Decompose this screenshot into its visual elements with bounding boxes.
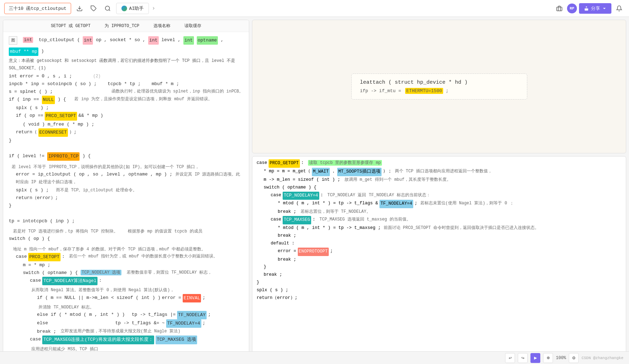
- param1-type: int: [83, 36, 93, 45]
- rc-line-18: return（error）;: [257, 294, 622, 302]
- code-line-26: caseTCP_MAXSEG连接上(TCP)将发送的最大报文段长度： TCP_M…: [30, 336, 243, 352]
- code-line-5: if ( inp ==NULL) { 若 inp 为空，且操作类型是设定插口选项…: [9, 96, 243, 104]
- share-label: 分享: [591, 5, 600, 12]
- current-tab[interactable]: 三十10 函tcp_ctloutput: [4, 3, 71, 14]
- param3-name: level ,: [162, 36, 181, 44]
- rc-line-8: caseTCP_MAXSEG: TCP_MAXSEG 选项返回 t_maxseg…: [271, 216, 622, 224]
- code-line-15: }: [9, 202, 243, 210]
- param1-name: op ,: [96, 36, 107, 44]
- rc-line-3: m -> m_len = sizeof ( int ) ; 故调用 m_get …: [264, 176, 622, 184]
- rc-line-10: break ;: [278, 232, 622, 240]
- settings-button[interactable]: ⚙: [569, 353, 579, 363]
- code-line-8: ( void ) m_free ( * mp ) ;: [23, 121, 243, 128]
- annotation-row: SETOPT 或 GETOPT 为 IPPROTO_TCP 选项名称 读取缓存: [3, 20, 249, 32]
- watermark: CSDN @zhangzhangke: [581, 356, 623, 360]
- code-line-4: s = splnet ( ) ; 函数执行时，处理器优先级设为 splnet，i…: [9, 88, 243, 96]
- rc-line-1: casePRCO_GETOPT: 读取 tcpcb 里的参数至形参缓存 mp: [257, 159, 622, 168]
- rc-line-5: caseTCP_NODELAY=4: TCP_NODELAY 返回 TF_NOD…: [271, 192, 622, 200]
- ann-setopt: SETOPT 或 GETOPT: [51, 23, 90, 29]
- bottom-toolbar: ↩ ↪ ▶ ⊕ 100% ⚙ CSDN @zhangzhangke: [0, 351, 629, 364]
- nav-chevron: ›: [152, 5, 155, 12]
- code-line-6: splx ( s ) ;: [16, 104, 243, 112]
- param4-hl: int: [183, 36, 194, 45]
- code-line-17: switch ( op ) { 地址 m 指向一个 mbuf，保存了形参 4 的…: [9, 235, 243, 253]
- code-line-13: splx ( s ) ;而不是 TCP。ip_ctloutput 处理命令。: [16, 186, 243, 194]
- close-paren: ): [41, 47, 44, 55]
- notification-icon[interactable]: [614, 3, 625, 14]
- code-line-10: }: [9, 137, 243, 145]
- code-line-16: tp = intotcpcb ( inp ) ; 若是对 TCP 选项进行操作，…: [9, 217, 243, 235]
- ann-readbuf: 读取缓存: [184, 23, 201, 29]
- code-line-1: 意义：本函被 getsockopt 和 setsockopt 函数调用，若它们的…: [9, 57, 243, 72]
- code-line-21: caseTCP_NODELAY算法Nagel: 从而取消 Negal 算法。若整…: [30, 277, 243, 294]
- code-line-11: if ( level !=IPPROTO_TCP) { 若 level 不等于 …: [9, 152, 243, 171]
- param3-type: int: [148, 36, 158, 45]
- rc-line-2: * mp = m = m_get（M_WAIT，MT_SOOPTS插口选项）； …: [264, 168, 622, 176]
- main-content: SETOPT 或 GETOPT 为 IPPROTO_TCP 选项名称 读取缓存 …: [0, 17, 629, 364]
- rc-line-13: break ;: [278, 256, 622, 264]
- leattach-box: leattach ( struct hp_device * hd ) ifp -…: [351, 74, 527, 100]
- code-line-9: return（ECONNRESET）;: [16, 128, 243, 137]
- ai-assistant-button[interactable]: AI助手: [116, 3, 149, 14]
- func-name: tcp_ctloutput (: [36, 36, 80, 44]
- search-icon[interactable]: [102, 3, 113, 14]
- avatar[interactable]: RP: [567, 4, 577, 13]
- func-signature-line: 图 int tcp_ctloutput ( int op , socket * …: [9, 36, 243, 56]
- download-icon[interactable]: [74, 3, 85, 14]
- right-top-panel: leattach ( struct hp_device * hd ) ifp -…: [252, 20, 626, 153]
- comma: ,: [221, 36, 224, 44]
- code-line-2: int error = 0 , s , i ;(2): [9, 72, 243, 80]
- leattach-title: leattach ( struct hp_device * hd ): [360, 79, 518, 85]
- rc-line-11: default :: [271, 240, 622, 248]
- right-panel: leattach ( struct hp_device * hd ) ifp -…: [252, 20, 626, 361]
- share-button[interactable]: 分享: [579, 3, 611, 14]
- param5: mbuf ** mp: [9, 47, 38, 56]
- ann-ipproto: 为 IPPROTO_TCP: [105, 23, 139, 29]
- leattach-line: ifp -> if_mtu = ETHERMTU=1500 ;: [360, 88, 518, 94]
- rc-line-9: * mtod ( m , int * ) = tp -> t_maxseg ; …: [278, 224, 622, 232]
- rc-line-14: }: [264, 263, 622, 271]
- ann-optname: 选项名称: [153, 23, 170, 29]
- code-line-3: inpcb * inp = sotoinpcb ( so ) ; tcpcb *…: [9, 80, 243, 88]
- code-line-24: else tp -> t_flags &= ~ TF_NODELAY=4;: [37, 319, 243, 328]
- param2: socket * so ,: [110, 36, 145, 44]
- rc-line-7: break ; 若标志置位，则等于 TF_NODELAY。: [278, 208, 622, 216]
- undo-button[interactable]: ↩: [505, 353, 515, 363]
- rc-line-17: splx ( s ) ;: [257, 287, 622, 294]
- code-line-14: return（error）;: [16, 194, 243, 202]
- rc-line-16: }: [257, 279, 622, 287]
- rc-line-12: error =ENOPROTOOPT;: [278, 248, 622, 256]
- left-code-content[interactable]: 图 int tcp_ctloutput ( int op , socket * …: [3, 32, 249, 359]
- ai-logo-icon: [121, 6, 127, 11]
- code-line-22: if ( m == NULL || m->m_len < sizeof ( in…: [37, 294, 243, 311]
- bookmark-icon[interactable]: [88, 3, 99, 14]
- zoom-icon[interactable]: ⊕: [543, 353, 553, 363]
- kw-int: int: [20, 36, 33, 44]
- code-line-20: switch ( optname ) { TCP_NODELAY 选项 若整数值…: [23, 269, 243, 277]
- right-code-content: casePRCO_GETOPT: 读取 tcpcb 里的参数至形参缓存 mp *…: [257, 159, 622, 344]
- code-line-7: if ( op ==PRCO_SETOPT&& * mp ): [16, 112, 243, 120]
- svg-line-3: [109, 9, 110, 11]
- rc-line-4: switch ( optname ) {: [264, 184, 622, 192]
- rc-line-15: break ;: [264, 271, 622, 279]
- code-line-23: else if ( * mtod ( m , int * ) ) tp -> t…: [37, 311, 243, 319]
- code-line-19: m = * mp ;: [23, 261, 243, 269]
- code-line-12: error = ip_ctloutput ( op , so , level ,…: [16, 171, 243, 186]
- tab-label: 三十10 函tcp_ctloutput: [9, 5, 67, 12]
- code-line-18: casePRCO_SETOPT: 若任一个 mbuf 指针为空，或 mbuf 中…: [16, 253, 243, 261]
- param4-name: optname: [197, 36, 218, 45]
- cursor-button[interactable]: ▶: [530, 353, 540, 363]
- code-line-25: break ; 立即发送用户数据，不等待形成最大报文段(禁止 Nagle 算法): [37, 328, 243, 336]
- func-icon: 图: [9, 36, 17, 45]
- redo-button[interactable]: ↪: [518, 353, 528, 363]
- rc-line-6: * mtod ( m , int * ) = tp -> t_flags &TF…: [278, 200, 622, 208]
- briefcase-icon[interactable]: [554, 3, 565, 14]
- left-code-panel: SETOPT 或 GETOPT 为 IPPROTO_TCP 选项名称 读取缓存 …: [3, 20, 249, 361]
- zoom-level: 100%: [556, 356, 566, 360]
- ai-label: AI助手: [129, 5, 144, 12]
- svg-rect-4: [557, 7, 562, 11]
- top-navigation: 三十10 函tcp_ctloutput AI助手 › RP 分享: [0, 0, 629, 17]
- right-bottom-panel[interactable]: casePRCO_GETOPT: 读取 tcpcb 里的参数至形参缓存 mp *…: [252, 156, 626, 361]
- svg-point-2: [105, 6, 109, 10]
